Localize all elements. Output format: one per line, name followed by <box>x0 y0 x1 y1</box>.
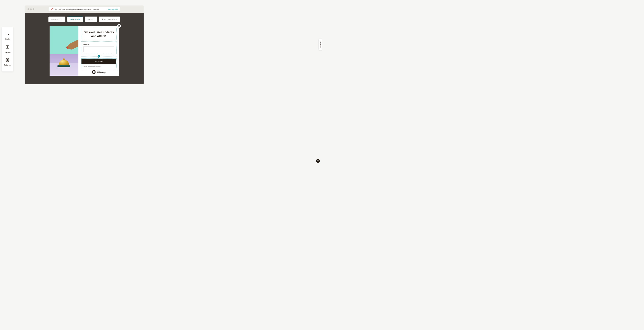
connect-site-banner: Connect your website to publish your pop… <box>49 7 120 11</box>
layout-icon <box>6 45 10 50</box>
connect-banner-message: Connect your website to publish your pop… <box>55 8 108 10</box>
preview-window: Connect your website to publish your pop… <box>25 6 144 84</box>
popup-close-button[interactable] <box>117 24 121 28</box>
popup-image-panel[interactable] <box>50 26 78 76</box>
view-tabs: Mobile banner Email signup Success + Add… <box>48 17 120 22</box>
sidebar-item-label: Style <box>5 38 10 40</box>
window-dot <box>33 8 34 10</box>
popup-form-panel: Get exclusive updates and offers! Email … <box>78 26 119 76</box>
mailchimp-badge: INTUIT mailchimp <box>81 69 116 74</box>
tab-email-signup[interactable]: Email signup <box>67 17 83 22</box>
bell-illustration <box>58 58 70 67</box>
window-dot <box>28 8 29 10</box>
plus-icon: + <box>102 18 103 21</box>
connect-site-link[interactable]: Connect Site <box>108 8 118 10</box>
tab-label: Success <box>88 18 94 20</box>
headline-block[interactable]: Get exclusive updates and offers! <box>81 28 116 40</box>
tab-mobile-banner[interactable]: Mobile banner <box>48 17 66 22</box>
popup-preview: Get exclusive updates and offers! Email … <box>50 26 119 76</box>
window-dot <box>30 8 32 10</box>
editor-canvas: Mobile banner Email signup Success + Add… <box>25 13 144 84</box>
tab-label: Email signup <box>70 18 80 20</box>
disclaimer-placeholder[interactable]: Add a disclaimer or note <box>81 64 116 69</box>
feedback-tab[interactable]: Feedback <box>319 39 322 50</box>
svg-point-3 <box>7 60 8 61</box>
hand-illustration <box>60 37 78 58</box>
email-label: Email * <box>83 44 114 46</box>
sidebar-item-layout[interactable]: Layout <box>2 43 13 56</box>
sidebar-item-label: Settings <box>4 64 11 66</box>
subscribe-button[interactable]: Subscribe <box>81 58 116 64</box>
window-controls <box>28 8 34 10</box>
sidebar-item-settings[interactable]: Settings <box>2 56 13 69</box>
add-block-button[interactable]: + <box>98 55 100 58</box>
editor-sidebar: Style Layout Settings <box>2 27 13 71</box>
tab-label: Mobile banner <box>51 18 62 20</box>
email-field-block[interactable]: Email * <box>81 42 116 54</box>
email-input[interactable] <box>83 47 114 52</box>
add-block-divider: + <box>81 56 116 57</box>
svg-line-4 <box>51 8 53 10</box>
subscribe-block[interactable]: Subscribe Add a disclaimer or note <box>81 58 116 69</box>
brand-mailchimp: mailchimp <box>97 72 106 73</box>
sidebar-item-label: Layout <box>4 51 10 53</box>
tab-add-sms-signup[interactable]: + Add SMS signup <box>99 17 120 22</box>
text-style-icon <box>6 32 10 37</box>
tab-label: Add SMS signup <box>104 18 117 20</box>
browser-chrome: Connect your website to publish your pop… <box>25 6 144 13</box>
unlink-icon <box>51 8 53 10</box>
help-button[interactable]: ? <box>316 159 320 163</box>
mailchimp-logo-icon <box>92 70 96 74</box>
tab-success[interactable]: Success <box>85 17 97 22</box>
sidebar-item-style[interactable]: Style <box>2 30 13 43</box>
gear-icon <box>6 58 10 63</box>
